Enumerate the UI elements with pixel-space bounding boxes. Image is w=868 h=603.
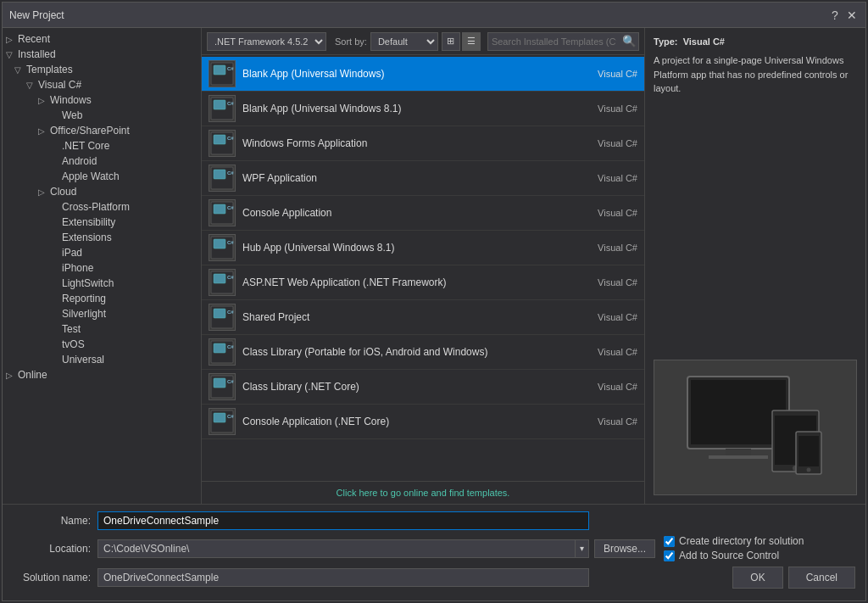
tree-item-apple-watch[interactable]: Apple Watch <box>3 169 201 184</box>
online-link[interactable]: Click here to go online and find templat… <box>337 488 510 498</box>
template-name: Shared Project <box>242 311 580 323</box>
browse-button[interactable]: Browse... <box>594 539 655 558</box>
tree-item-web[interactable]: Web <box>3 108 201 123</box>
name-input[interactable] <box>97 511 589 530</box>
cancel-button[interactable]: Cancel <box>788 567 855 589</box>
template-item[interactable]: C# Class Library (.NET Core)Visual C# <box>202 370 644 405</box>
expand-icon-ipad <box>50 248 62 258</box>
template-icon: C# <box>209 130 236 157</box>
template-item[interactable]: C# Blank App (Universal Windows)Visual C… <box>202 57 644 92</box>
expand-icon-silverlight <box>50 310 62 319</box>
template-item[interactable]: C# Shared ProjectVisual C# <box>202 300 644 335</box>
svg-text:C#: C# <box>227 379 234 384</box>
dotnet-core-label: .NET Core <box>62 140 198 152</box>
svg-rect-31 <box>214 413 225 422</box>
bottom-panel: Name: Location: ▾ Browse... Create direc… <box>3 504 865 600</box>
location-dropdown-button[interactable]: ▾ <box>576 539 589 558</box>
location-input[interactable] <box>97 539 576 558</box>
tree-item-windows[interactable]: ▷ Windows <box>3 92 201 108</box>
svg-text:C#: C# <box>227 310 234 315</box>
solution-name-row: Solution name: OK Cancel <box>13 567 855 589</box>
template-item[interactable]: C# ASP.NET Web Application (.NET Framewo… <box>202 265 644 300</box>
ok-button[interactable]: OK <box>732 567 782 589</box>
svg-rect-36 <box>709 455 768 459</box>
template-icon: C# <box>209 338 236 366</box>
tree-item-extensions[interactable]: Extensions <box>3 230 201 245</box>
lightswitch-label: LightSwitch <box>62 277 198 289</box>
create-dir-checkbox[interactable] <box>664 536 675 547</box>
svg-rect-10 <box>214 170 225 179</box>
cloud-label: Cloud <box>50 186 198 198</box>
grid-view-button[interactable]: ⊞ <box>442 32 460 51</box>
template-item[interactable]: C# Hub App (Universal Windows 8.1)Visual… <box>202 231 644 265</box>
expand-icon-test <box>50 325 62 334</box>
tree-item-universal[interactable]: Universal <box>3 352 201 367</box>
help-button[interactable]: ? <box>828 8 842 22</box>
tree-item-tvos[interactable]: tvOS <box>3 337 201 352</box>
template-item[interactable]: C# Blank App (Universal Windows 8.1)Visu… <box>202 92 644 126</box>
tree-item-silverlight[interactable]: Silverlight <box>3 306 201 321</box>
silverlight-label: Silverlight <box>62 308 198 320</box>
tree-item-online[interactable]: ▷ Online <box>3 367 201 382</box>
template-item[interactable]: C# Console Application (.NET Core)Visual… <box>202 405 644 439</box>
svg-text:C#: C# <box>227 66 234 71</box>
expand-icon-tvos <box>50 340 62 349</box>
tree-item-ipad[interactable]: iPad <box>3 245 201 260</box>
web-label: Web <box>62 109 198 121</box>
template-lang: Visual C# <box>587 69 637 79</box>
template-icon: C# <box>209 373 236 400</box>
template-item[interactable]: C# Class Library (Portable for iOS, Andr… <box>202 335 644 370</box>
svg-rect-13 <box>214 204 225 214</box>
tree-item-office-sharepoint[interactable]: ▷ Office/SharePoint <box>3 123 201 138</box>
new-project-dialog: New Project ? ✕ ▷ Recent ▽ Installed ▽ T… <box>2 2 866 601</box>
search-input[interactable] <box>488 35 620 48</box>
location-input-group: ▾ <box>97 539 589 558</box>
tree-item-reporting[interactable]: Reporting <box>3 291 201 306</box>
template-item[interactable]: C# Console ApplicationVisual C# <box>202 196 644 231</box>
expand-icon-reporting <box>50 294 62 304</box>
tree-item-installed[interactable]: ▽ Installed <box>3 47 201 62</box>
expand-icon-online: ▷ <box>6 371 18 380</box>
expand-icon-lightswitch <box>50 279 62 288</box>
svg-rect-19 <box>214 274 225 283</box>
type-value: Visual C# <box>683 36 725 47</box>
tree-item-android[interactable]: Android <box>3 154 201 169</box>
tree-item-cross-platform[interactable]: Cross-Platform <box>3 199 201 215</box>
tree-item-test[interactable]: Test <box>3 321 201 337</box>
tvos-label: tvOS <box>62 338 198 350</box>
tree-item-cloud[interactable]: ▷ Cloud <box>3 184 201 199</box>
template-item[interactable]: C# Windows Forms ApplicationVisual C# <box>202 126 644 161</box>
template-lang: Visual C# <box>587 208 637 218</box>
svg-rect-34 <box>691 380 786 444</box>
recent-label: Recent <box>18 33 198 45</box>
tree-item-recent[interactable]: ▷ Recent <box>3 31 201 47</box>
list-view-button[interactable]: ☰ <box>462 32 481 51</box>
title-bar-buttons: ? ✕ <box>828 8 859 22</box>
expand-icon-extensibility <box>50 218 62 227</box>
tree-item-dotnet-core[interactable]: .NET Core <box>3 138 201 154</box>
template-icon: C# <box>209 95 236 122</box>
svg-rect-25 <box>214 343 225 353</box>
sort-select[interactable]: Default <box>370 32 438 51</box>
close-button[interactable]: ✕ <box>845 8 859 22</box>
expand-icon-cloud: ▷ <box>38 187 50 197</box>
template-item[interactable]: C# WPF ApplicationVisual C# <box>202 161 644 196</box>
test-label: Test <box>62 323 198 335</box>
solution-name-input[interactable] <box>97 568 589 587</box>
template-name: Console Application <box>242 207 580 219</box>
tree-item-extensibility[interactable]: Extensibility <box>3 215 201 230</box>
windows-label: Windows <box>50 94 198 106</box>
template-name: ASP.NET Web Application (.NET Framework) <box>242 276 580 288</box>
svg-rect-28 <box>214 378 225 388</box>
right-panel: Type: Visual C# A project for a single-p… <box>645 28 865 504</box>
tree-item-visual-cs[interactable]: ▽ Visual C# <box>3 77 201 92</box>
framework-select[interactable]: .NET Framework 4.5.2 <box>207 32 326 51</box>
svg-text:C#: C# <box>227 414 234 419</box>
type-label: Type: Visual C# <box>654 36 857 47</box>
template-icon: C# <box>209 269 236 296</box>
search-button[interactable]: 🔍 <box>620 32 638 51</box>
tree-item-templates[interactable]: ▽ Templates <box>3 62 201 77</box>
tree-item-lightswitch[interactable]: LightSwitch <box>3 276 201 291</box>
tree-item-iphone[interactable]: iPhone <box>3 260 201 276</box>
add-source-control-checkbox[interactable] <box>664 550 675 561</box>
